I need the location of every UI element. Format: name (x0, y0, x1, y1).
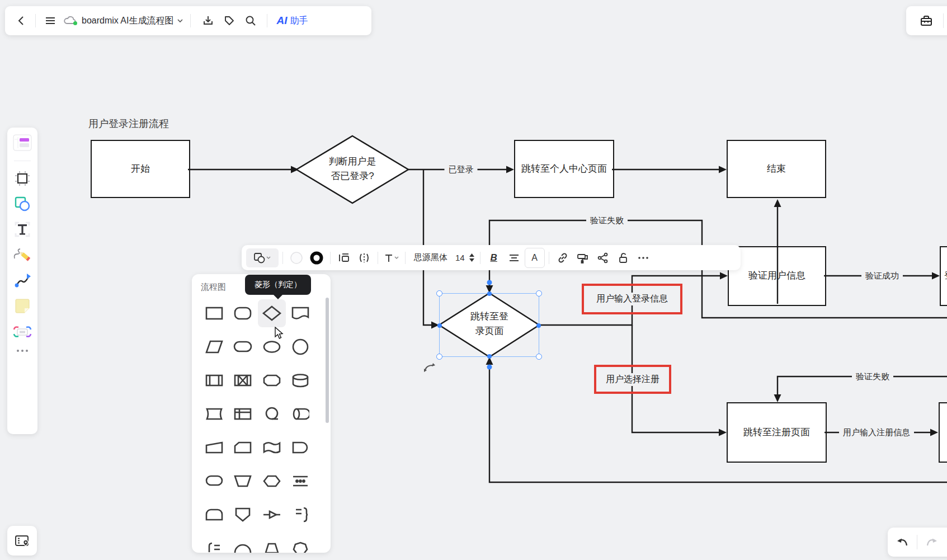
shape-rounded-rectangle[interactable] (229, 299, 257, 327)
flow-node-start[interactable]: 开始 (91, 140, 190, 198)
edge-label-verify-success[interactable]: 验证成功 (861, 270, 903, 283)
shapes-tool-button[interactable] (14, 196, 31, 211)
edge-label-verify-fail-bottom[interactable]: 验证失败 (852, 370, 893, 383)
shape-card[interactable] (229, 434, 257, 462)
font-size-value[interactable]: 14 (453, 253, 467, 262)
flow-node-partial-top-right[interactable]: 登 (940, 246, 947, 306)
ai-assistant-button[interactable]: AI 助手 (273, 15, 311, 27)
format-painter-icon (577, 252, 589, 263)
shape-rectangle[interactable] (200, 299, 228, 327)
menu-button[interactable] (40, 11, 60, 31)
shape-prepare-octagon[interactable] (258, 366, 286, 394)
shape-semicircle[interactable] (229, 534, 257, 553)
unlock-button[interactable] (614, 248, 633, 267)
undo-button[interactable] (893, 533, 912, 552)
shape-merge-arrow[interactable] (258, 501, 286, 529)
share-node-button[interactable] (593, 248, 613, 267)
selection-side-top[interactable] (487, 291, 492, 296)
download-button[interactable] (197, 11, 219, 31)
edge-label-input-register[interactable]: 用户输入注册信息 (839, 426, 914, 439)
shape-manual-operation[interactable] (200, 434, 228, 462)
resize-button[interactable] (334, 248, 354, 267)
flow-node-check-login-label[interactable]: 判断用户是 否已登录? (305, 154, 400, 184)
search-icon (245, 15, 256, 26)
back-button[interactable] (11, 11, 31, 31)
selection-corner-sw[interactable] (436, 354, 442, 360)
shape-stadium[interactable] (229, 333, 257, 361)
selection-box[interactable] (439, 293, 539, 357)
text-tool-button[interactable] (14, 221, 31, 238)
templates-button[interactable] (13, 134, 32, 151)
selection-corner-se[interactable] (536, 354, 542, 360)
edge-label-verify-fail-top[interactable]: 验证失败 (586, 214, 628, 227)
shape-direct-access-storage[interactable] (286, 400, 314, 428)
title-chevron-down-icon[interactable] (177, 18, 183, 23)
font-size-stepper[interactable] (468, 248, 476, 267)
bold-button[interactable]: B (484, 248, 503, 267)
minimap-button[interactable] (7, 526, 37, 556)
fill-color-button[interactable] (287, 248, 306, 267)
shape-style-button[interactable] (246, 248, 279, 267)
cloud-sync-status (60, 11, 79, 31)
shape-punched-card[interactable] (200, 400, 228, 428)
connector-tool-button[interactable] (14, 272, 31, 288)
shape-heptagon[interactable] (286, 534, 314, 553)
flow-node-register-page[interactable]: 跳转至注册页面 (727, 402, 827, 463)
flow-node-partial-bottom-right[interactable] (939, 402, 947, 463)
stroke-color-button[interactable] (307, 248, 326, 267)
more-button[interactable] (634, 248, 653, 267)
rotate-handle-icon[interactable] (423, 361, 436, 375)
shape-circle[interactable] (286, 333, 314, 361)
edge-label-input-login-highlighted[interactable]: 用户输入登录信息 (582, 284, 682, 314)
shape-hexagon[interactable] (258, 467, 286, 495)
selection-side-left[interactable] (437, 323, 442, 328)
shape-inverted-trapezoid[interactable] (229, 467, 257, 495)
shape-diamond-decision[interactable] (258, 299, 286, 327)
toolbox-button[interactable] (916, 11, 936, 31)
selection-corner-nw[interactable] (436, 290, 442, 297)
shapes-panel-scrollbar[interactable] (326, 298, 329, 423)
shape-page-break[interactable] (286, 467, 314, 495)
flow-node-end[interactable]: 结束 (727, 140, 826, 198)
frame-tool-button[interactable] (15, 171, 30, 186)
format-painter-button[interactable] (573, 248, 592, 267)
flow-node-verify-user[interactable]: 验证用户信息 (728, 246, 826, 306)
edge-label-logged-in[interactable]: 已登录 (445, 163, 478, 176)
shape-brace-left[interactable] (200, 534, 228, 553)
edge-label-choose-register-highlighted[interactable]: 用户选择注册 (594, 365, 671, 394)
redo-button[interactable] (922, 533, 941, 552)
search-button[interactable] (240, 11, 261, 31)
shape-arch[interactable] (200, 501, 228, 529)
shape-shield[interactable] (229, 501, 257, 529)
link-button[interactable] (553, 248, 572, 267)
selection-side-right[interactable] (536, 323, 541, 328)
text-color-button[interactable]: A (525, 248, 545, 268)
boardmix-canvas[interactable]: 用户登录注册流程 开始 跳转至个人中心页面 结束 验证用户信息 跳转至注册页面 … (0, 0, 947, 560)
shape-terminator[interactable] (200, 467, 228, 495)
font-family-select[interactable]: 思源黑体 (409, 252, 452, 263)
shape-display[interactable] (286, 299, 314, 327)
flow-node-personal-center[interactable]: 跳转至个人中心页面 (514, 140, 614, 198)
flip-horizontal-button[interactable] (355, 248, 374, 267)
sidebar-more-button[interactable] (16, 349, 29, 352)
shape-delay[interactable] (286, 434, 314, 462)
shape-predefined-process[interactable] (200, 366, 228, 394)
shape-collate-rectangle[interactable] (229, 366, 257, 394)
shape-flag-document[interactable] (258, 434, 286, 462)
sticky-note-button[interactable] (14, 298, 31, 314)
shape-magnetic-disk[interactable] (258, 400, 286, 428)
shape-parallelogram[interactable] (200, 333, 228, 361)
mindmap-tool-button[interactable] (13, 324, 32, 340)
selection-corner-ne[interactable] (536, 290, 542, 297)
pen-tool-button[interactable] (13, 247, 31, 263)
tag-button[interactable] (219, 11, 240, 31)
shape-database-cylinder[interactable] (286, 366, 314, 394)
board-title[interactable]: boardmix AI生成流程图 (82, 15, 173, 27)
text-style-button[interactable] (382, 248, 401, 267)
selection-side-bottom[interactable] (487, 354, 492, 359)
align-button[interactable] (505, 248, 524, 267)
shape-trapezoid[interactable] (258, 534, 286, 553)
flow-title[interactable]: 用户登录注册流程 (88, 117, 169, 130)
shape-internal-storage[interactable] (229, 400, 257, 428)
shape-brace-right[interactable] (286, 501, 314, 529)
